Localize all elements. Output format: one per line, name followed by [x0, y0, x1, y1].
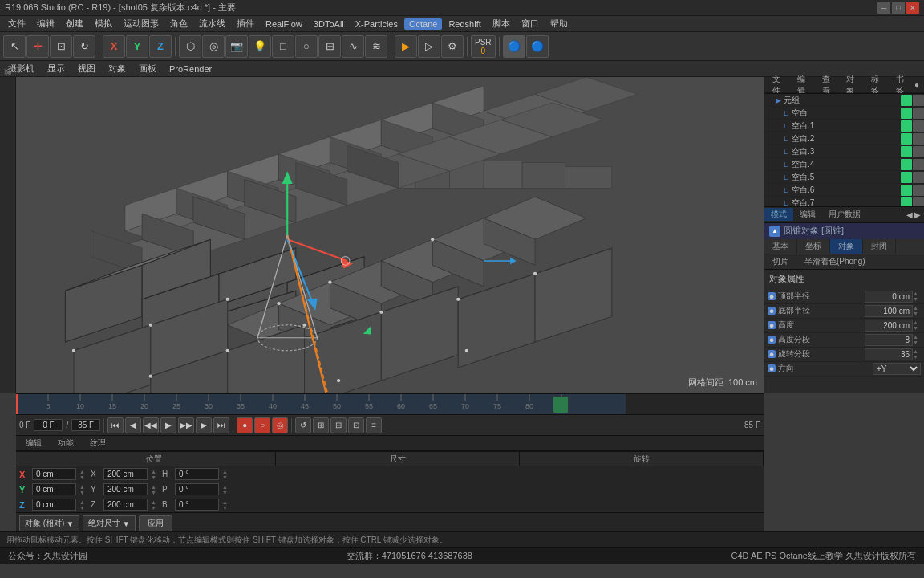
hier-vis-2[interactable]	[901, 120, 912, 132]
hier-item-7[interactable]: L 空白.6	[764, 184, 924, 197]
btn-settings[interactable]: ≡	[366, 417, 382, 434]
tb-deform-btn[interactable]: ≋	[365, 35, 387, 58]
hierarchy-scroll[interactable]: ▶ 元组 L 空白 L 空白.1 L 空白.2 L 空白.3	[764, 94, 924, 206]
tb-obj-btn[interactable]: ⬡	[179, 35, 201, 58]
menu-item-模拟[interactable]: 模拟	[90, 17, 117, 31]
menu-item-窗口[interactable]: 窗口	[517, 17, 544, 31]
prop-tab-basic[interactable]: 基本	[764, 239, 797, 254]
prop-check-top-radius[interactable]: ●	[768, 292, 776, 300]
tb-render-settings-btn[interactable]: ⚙	[441, 35, 464, 58]
btn-play-back[interactable]: ◀◀	[143, 417, 159, 434]
tb-snap-btn[interactable]: 🔵	[503, 35, 525, 58]
prop-tab-closed[interactable]: 封闭	[863, 239, 896, 254]
prop-arrows-rot-seg[interactable]: ▲ ▼	[913, 348, 921, 360]
hier-item-3[interactable]: L 空白.2	[764, 132, 924, 145]
hier-vis-1[interactable]	[901, 108, 912, 119]
menu-item-Redshift[interactable]: Redshift	[444, 18, 485, 30]
coord-x-pos[interactable]	[32, 468, 76, 480]
anim-tab-功能[interactable]: 功能	[51, 437, 80, 450]
btn-panel-view[interactable]: ⊡	[348, 417, 364, 434]
prop-sub-tab-slice[interactable]: 切片	[764, 254, 796, 269]
menu-item-运动图形[interactable]: 运动图形	[119, 17, 164, 31]
menu-item-帮助[interactable]: 帮助	[545, 17, 573, 31]
hier-item-8[interactable]: L 空白.7	[764, 197, 924, 206]
tb-cube-btn[interactable]: □	[272, 35, 294, 58]
coord-y-pos-arrows[interactable]: ▲▼	[79, 484, 87, 495]
prop-check-height-seg[interactable]: ●	[768, 336, 776, 344]
btn-go-start[interactable]: ⏮	[107, 417, 124, 434]
tb-scale-btn[interactable]: ⊡	[50, 35, 72, 58]
tb2-btn-对象[interactable]: 对象	[103, 62, 131, 75]
psr-button[interactable]: PSR 0	[471, 35, 496, 58]
menu-item-流水线[interactable]: 流水线	[194, 17, 230, 31]
menu-item-插件[interactable]: 插件	[232, 17, 259, 31]
hier-item-0[interactable]: ▶ 元组	[764, 94, 924, 107]
menu-item-脚本[interactable]: 脚本	[488, 17, 515, 31]
prop-arrows-top-radius[interactable]: ▲ ▼	[913, 291, 921, 302]
menu-item-文件[interactable]: 文件	[3, 17, 30, 31]
coord-dropdown-size[interactable]: 绝对尺寸 ▼	[83, 515, 136, 531]
end-frame-input[interactable]	[71, 419, 100, 431]
prop-arrows-bot-radius[interactable]: ▲ ▼	[913, 305, 921, 316]
prop-input-top-radius[interactable]	[865, 291, 913, 303]
coord-z-rot-arrows[interactable]: ▲▼	[222, 499, 230, 511]
coord-y-size[interactable]	[103, 483, 148, 495]
coord-y-pos[interactable]	[32, 483, 76, 495]
prop-input-height[interactable]	[865, 320, 913, 332]
hier-render-1[interactable]	[913, 108, 924, 119]
prop-input-height-seg[interactable]	[865, 334, 913, 346]
coord-y-rot[interactable]	[175, 483, 219, 495]
btn-play[interactable]: ▶	[160, 417, 176, 434]
menu-item-X-Particles[interactable]: X-Particles	[351, 18, 403, 30]
tb-light-btn[interactable]: 💡	[249, 35, 271, 58]
tb-cam-btn[interactable]: 📷	[225, 35, 248, 58]
coord-y-size-arrows[interactable]: ▲▼	[151, 484, 159, 495]
prop-tab-object[interactable]: 对象	[830, 239, 863, 254]
hier-item-2[interactable]: L 空白.1	[764, 120, 924, 132]
hier-render-4[interactable]	[913, 146, 924, 157]
menu-item-RealFlow[interactable]: RealFlow	[261, 18, 307, 30]
time-ruler-bg[interactable]: 5 10 15 20 25 30 35 40 45 50 55 60 65	[16, 394, 764, 414]
hier-item-4[interactable]: L 空白.3	[764, 145, 924, 158]
apply-button[interactable]: 应用	[139, 515, 172, 531]
coord-z-size-arrows[interactable]: ▲▼	[151, 499, 159, 511]
btn-record[interactable]: ●	[237, 417, 253, 434]
prop-check-bot-radius[interactable]: ●	[768, 307, 776, 315]
hier-vis-0[interactable]	[901, 95, 912, 106]
hier-render-8[interactable]	[913, 197, 924, 206]
btn-step-back[interactable]: ◀	[125, 417, 141, 434]
tb-null-btn[interactable]: ◎	[202, 35, 225, 58]
current-frame-input[interactable]	[34, 419, 63, 431]
hier-vis-8[interactable]	[901, 197, 912, 206]
prop-mode-btn-mode[interactable]: 模式	[764, 208, 793, 221]
btn-record3[interactable]: ◎	[272, 417, 288, 434]
coord-x-rot[interactable]	[175, 468, 219, 480]
coord-x-size-arrows[interactable]: ▲▼	[151, 469, 159, 480]
menu-item-3DToAll[interactable]: 3DToAll	[309, 18, 349, 30]
tb-rotate-btn[interactable]: ↻	[73, 35, 95, 58]
hier-item-5[interactable]: L 空白.4	[764, 158, 924, 171]
hier-render-7[interactable]	[913, 185, 924, 196]
tb2-btn-显示[interactable]: 显示	[43, 62, 70, 75]
tb2-btn-视图[interactable]: 视图	[73, 62, 100, 75]
tb-move-btn[interactable]: ✛	[26, 35, 49, 58]
prop-select-direction[interactable]: +Y-Y+X-X+Z-Z	[873, 363, 921, 375]
menu-item-角色[interactable]: 角色	[165, 17, 192, 31]
btn-play-fwd[interactable]: ▶▶	[178, 417, 194, 434]
coord-z-size[interactable]	[103, 499, 148, 511]
prop-arrow-right[interactable]: ▶	[914, 210, 921, 219]
close-button[interactable]: ✕	[906, 2, 919, 14]
menu-item-创建[interactable]: 创建	[61, 17, 88, 31]
prop-mode-btn-userdata[interactable]: 用户数据	[822, 208, 867, 221]
prop-check-height[interactable]: ●	[768, 321, 776, 329]
prop-sub-tab-phong[interactable]: 半滑着色(Phong)	[796, 254, 873, 269]
btn-grid-view[interactable]: ⊟	[330, 417, 346, 434]
btn-record2[interactable]: ○	[254, 417, 270, 434]
left-tab-frame[interactable]: 帧	[1, 80, 14, 83]
tb-plane-btn[interactable]: ⊞	[318, 35, 341, 58]
btn-fullscreen[interactable]: ⊞	[313, 417, 329, 434]
hier-vis-4[interactable]	[901, 146, 912, 157]
tb-spline-btn[interactable]: ∿	[342, 35, 364, 58]
hier-render-3[interactable]	[913, 133, 924, 144]
hier-render-2[interactable]	[913, 120, 924, 132]
